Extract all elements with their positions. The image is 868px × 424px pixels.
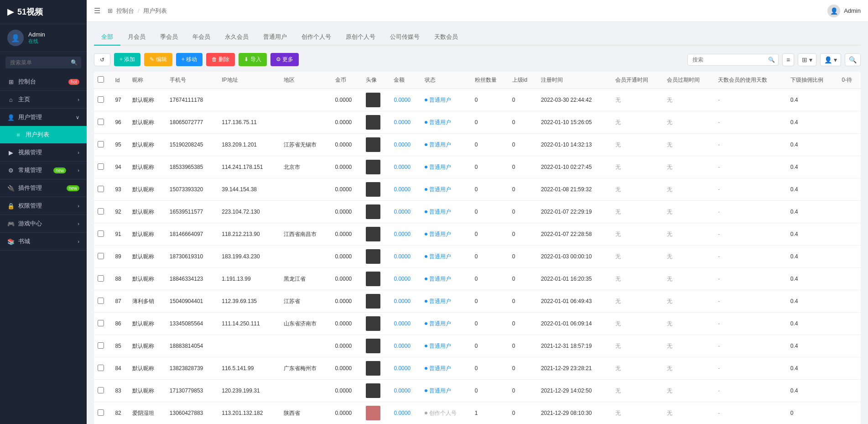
edit-button[interactable]: ✎ 编辑 [144,53,172,66]
general-icon: ⚙ [7,167,15,174]
table-row: 84 默认昵称 13823828739 116.5.141.99 广东省梅州市 … [94,357,861,380]
sidebar-item-home[interactable]: ⌂ 主页 › [0,91,87,108]
row-phone: 18146664097 [166,223,218,246]
breadcrumb-separator: / [138,7,140,14]
sidebar-item-video-management[interactable]: ▶ 视频管理 › [0,144,87,161]
row-checkbox[interactable] [98,409,104,416]
refresh-button[interactable]: ↺ [94,53,110,66]
row-checkbox[interactable] [98,342,104,349]
delete-button[interactable]: 🗑 删除 [206,53,235,66]
add-button[interactable]: + 添加 [114,53,140,66]
tab-quarterly[interactable]: 季会员 [153,29,185,46]
move-button[interactable]: + 移动 [176,53,203,66]
row-checkbox[interactable] [98,387,104,393]
row-reg-time: 2022-01-10 15:26:05 [537,111,612,134]
amount-link[interactable]: 0.0000 [394,231,411,237]
hot-badge: hot [68,79,79,85]
tab-annual[interactable]: 年会员 [185,29,218,46]
row-checkbox[interactable] [98,253,104,259]
tab-creator-personal[interactable]: 创作个人号 [294,29,338,46]
sidebar-item-permission-management[interactable]: 🔒 权限管理 › [0,197,87,215]
amount-link[interactable]: 0.0000 [394,119,411,126]
content-area: 全部 月会员 季会员 年会员 永久会员 普通用户 创作个人号 原创个人号 公司传… [87,22,868,424]
row-status: 普通用户 [421,134,471,156]
row-phone: 15040904401 [166,290,218,313]
row-checkbox[interactable] [98,163,104,170]
col-parent-id: 上级id [509,72,537,89]
amount-link[interactable]: 0.0000 [394,410,411,416]
row-checkbox[interactable] [98,141,104,147]
row-checkbox-cell [94,380,111,402]
amount-link[interactable]: 0.0000 [394,320,411,327]
row-member-expire: 无 [663,111,715,134]
row-checkbox[interactable] [98,365,104,371]
amount-link[interactable]: 0.0000 [394,276,411,282]
amount-link[interactable]: 0.0000 [394,97,411,103]
row-member-open: 无 [612,313,663,335]
table-row: 94 默认昵称 18533965385 114.241.178.151 北京市 … [94,156,861,178]
table-row: 85 默认昵称 18883814054 0.0000 0.0000 普通用户 0… [94,335,861,357]
select-all-checkbox[interactable] [98,76,104,83]
row-id: 96 [111,111,129,134]
sidebar-item-user-management[interactable]: 👤 用户管理 ∨ [0,109,87,126]
sidebar-item-general-management[interactable]: ⚙ 常规管理 new › [0,162,87,179]
tab-tianshu[interactable]: 天数会员 [427,29,465,46]
table-row: 86 默认昵称 13345085564 111.14.250.111 山东省济南… [94,313,861,335]
row-status: 普通用户 [421,178,471,201]
row-member-expire: 无 [663,357,715,380]
row-avatar [362,313,390,335]
list-view-button[interactable]: ≡ [782,53,794,66]
amount-link[interactable]: 0.0000 [394,365,411,372]
header-user[interactable]: 👤 Admin [827,5,861,17]
tab-original-personal[interactable]: 原创个人号 [338,29,383,46]
row-fans: 0 [471,89,509,111]
sidebar-item-plugin-management[interactable]: 🔌 插件管理 new [0,179,87,197]
sidebar-item-user-list[interactable]: ≡ 用户列表 [0,126,87,143]
tab-normal[interactable]: 普通用户 [256,29,294,46]
row-checkbox[interactable] [98,208,104,215]
row-checkbox[interactable] [98,119,104,125]
amount-link[interactable]: 0.0000 [394,164,411,170]
amount-link[interactable]: 0.0000 [394,209,411,215]
sidebar-item-dashboard[interactable]: ⊞ 控制台 hot [0,73,87,90]
row-fans: 0 [471,156,509,178]
more-button[interactable]: ⚙ 更多 [270,53,299,66]
breadcrumb-icon: ⊞ [108,7,113,14]
table-search-button[interactable]: 🔍 [845,53,861,66]
amount-link[interactable]: 0.0000 [394,253,411,260]
row-checkbox[interactable] [98,320,104,326]
amount-link[interactable]: 0.0000 [394,387,411,394]
row-member-open: 无 [612,134,663,156]
row-coins: 0.0000 [332,246,362,268]
header: ☰ ⊞ 控制台 / 用户列表 👤 Admin [87,0,868,22]
row-ip: 117.136.75.11 [218,111,280,134]
row-checkbox[interactable] [98,230,104,237]
amount-link[interactable]: 0.0000 [394,343,411,349]
table-row: 93 默认昵称 15073393320 39.144.154.38 0.0000… [94,178,861,201]
sidebar-item-bookstore[interactable]: 📚 书城 › [0,233,87,250]
sidebar-item-game-center[interactable]: 🎮 游戏中心 › [0,215,87,232]
import-button[interactable]: ⬇ 导入 [239,53,266,66]
row-checkbox[interactable] [98,298,104,304]
tab-monthly[interactable]: 月会员 [120,29,153,46]
row-checkbox[interactable] [98,186,104,192]
row-region: 江西省南昌市 [280,223,332,246]
row-tianshu-days: - [714,201,787,223]
row-nickname: 爱阴湿坦 [129,402,166,424]
row-checkbox[interactable] [98,96,104,103]
grid-view-button[interactable]: ⊞ ▾ [798,53,816,66]
row-parent-id: 0 [509,134,537,156]
tab-all[interactable]: 全部 [94,29,120,46]
tab-company-media[interactable]: 公司传媒号 [383,29,427,46]
amount-link[interactable]: 0.0000 [394,141,411,148]
column-settings-button[interactable]: 👤 ▾ [820,53,841,66]
tab-lifetime[interactable]: 永久会员 [218,29,256,46]
search-input[interactable] [5,57,81,68]
row-region [280,380,332,402]
row-commission: 0.4 [787,201,838,223]
amount-link[interactable]: 0.0000 [394,298,411,304]
search-input[interactable] [687,54,779,66]
amount-link[interactable]: 0.0000 [394,186,411,193]
menu-toggle-icon[interactable]: ☰ [94,6,100,15]
row-checkbox[interactable] [98,275,104,282]
